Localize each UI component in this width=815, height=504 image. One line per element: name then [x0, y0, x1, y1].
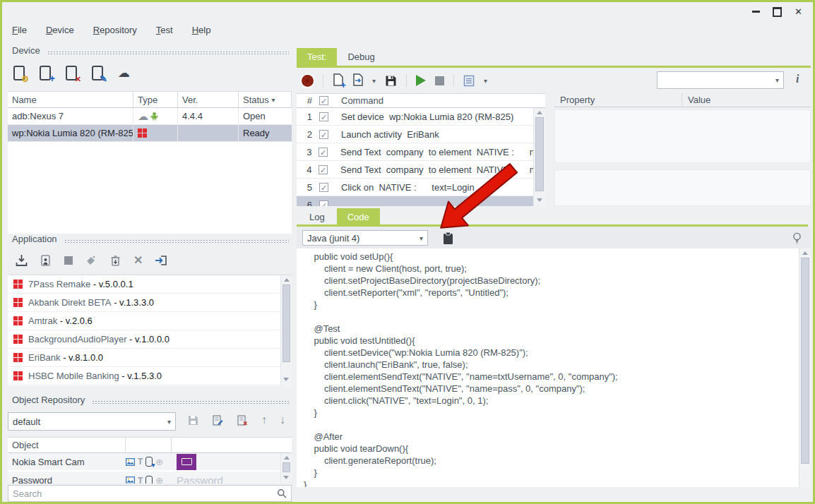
command-row[interactable]: 6: [297, 196, 534, 206]
language-select[interactable]: Java (junit 4) ▾: [302, 230, 428, 246]
menu-item[interactable]: Repository: [93, 25, 137, 35]
application-scrollbar[interactable]: [280, 275, 292, 386]
test-toolbar: + ▾ ▾: [302, 71, 487, 90]
scroll-down-icon[interactable]: [537, 198, 542, 202]
object-thumbnail: [177, 454, 196, 470]
device-edit-icon[interactable]: ✎: [92, 66, 103, 80]
menu-item[interactable]: Test: [156, 25, 173, 35]
save-script-icon[interactable]: [385, 75, 397, 87]
uninstall-icon[interactable]: [109, 254, 122, 267]
info-icon[interactable]: i: [796, 73, 799, 85]
record-button[interactable]: [302, 75, 314, 87]
object-row[interactable]: Password T ⊕ Password: [8, 472, 292, 484]
tab[interactable]: Debug: [337, 48, 385, 66]
command-checkbox[interactable]: [319, 200, 328, 207]
device-user-icon[interactable]: [40, 254, 53, 267]
tab[interactable]: Test:: [297, 48, 337, 66]
device-settings-icon[interactable]: ⚙: [13, 66, 25, 80]
lightbulb-icon[interactable]: [792, 232, 802, 245]
object-row[interactable]: Nokia Smart Cam T ▾ ⊕: [8, 453, 292, 472]
menu-item[interactable]: File: [12, 25, 27, 35]
scroll-up-icon[interactable]: [284, 456, 290, 460]
application-list-item[interactable]: Amtrak - v.2.0.6: [8, 312, 281, 330]
command-row[interactable]: 5 Click on NATIVE : text=Login: [297, 179, 534, 196]
command-row[interactable]: 4 Send Text company to element NATIVE : …: [297, 161, 534, 179]
application-list-item[interactable]: EriBank - v.8.1.0.0: [8, 349, 281, 367]
search-input[interactable]: [8, 488, 277, 499]
device-toolbar: ⚙ + ✕ ✎ ☁: [13, 66, 130, 80]
command-row[interactable]: 2 Launch activity EriBank: [297, 126, 534, 143]
move-up-icon[interactable]: ↑: [261, 414, 267, 426]
device-add-icon[interactable]: +: [40, 66, 51, 80]
device-remove-icon[interactable]: ✕: [66, 66, 77, 80]
stop-app-icon[interactable]: [64, 256, 73, 265]
menu-bar: File Device Repository Test Help: [12, 25, 210, 35]
export-script-icon[interactable]: [352, 73, 363, 88]
scroll-thumb[interactable]: [535, 117, 544, 191]
command-scrollbar[interactable]: [533, 108, 545, 206]
command-header-checkbox[interactable]: [319, 96, 328, 105]
copy-code-icon[interactable]: [443, 232, 453, 245]
application-list-item[interactable]: 7Pass Remake - v.5.0.0.1: [8, 275, 281, 294]
device-row[interactable]: adb:Nexus 7 ☁ 4.4.4 Open: [8, 108, 292, 125]
export-options-caret[interactable]: ▾: [372, 77, 376, 85]
code-editor[interactable]: public void setUp(){ client = new Client…: [297, 248, 811, 487]
code-line: client.click("NATIVE", "text=Login", 0, …: [297, 395, 799, 407]
wipe-icon[interactable]: [84, 254, 97, 267]
script-view-icon[interactable]: [463, 75, 475, 87]
maximize-button[interactable]: [773, 7, 782, 16]
scroll-thumb[interactable]: [801, 258, 809, 464]
command-col-number: #: [297, 95, 316, 106]
scroll-thumb[interactable]: [282, 462, 290, 472]
web-object-icon: ⊕: [155, 475, 163, 484]
cloud-icon[interactable]: ☁: [118, 66, 130, 80]
command-checkbox[interactable]: [319, 148, 328, 157]
save-repository-icon[interactable]: [187, 414, 199, 426]
close-button[interactable]: ✕: [794, 7, 803, 16]
edit-repository-icon[interactable]: [212, 414, 224, 426]
command-row[interactable]: 3 Send Text company to element NATIVE : …: [297, 143, 534, 161]
application-list-item[interactable]: Akbank Direkt BETA - v.1.3.3.0: [8, 294, 281, 312]
launch-app-icon[interactable]: [154, 254, 168, 267]
scroll-up-icon[interactable]: [802, 251, 808, 255]
close-app-icon[interactable]: ✕: [133, 253, 143, 267]
application-list-item[interactable]: iHeartRadio - v.1.1.0.0: [8, 385, 281, 386]
code-tab-bar: Log Code: [299, 208, 380, 225]
command-checkbox[interactable]: [319, 183, 328, 192]
window-controls: ✕: [751, 7, 803, 16]
command-checkbox[interactable]: [319, 165, 328, 174]
menu-item[interactable]: Help: [192, 25, 211, 35]
object-scrollbar[interactable]: [280, 453, 292, 484]
tab[interactable]: Code: [337, 208, 380, 225]
command-row[interactable]: 1 Set device wp:Nokia Lumia 820 (RM-825): [297, 108, 534, 126]
run-button[interactable]: [416, 75, 426, 86]
search-icon[interactable]: [277, 488, 287, 498]
android-cloud-icon: ☁: [133, 108, 178, 124]
app-window: ✕ File Device Repository Test Help Devic…: [0, 0, 815, 504]
scroll-down-icon[interactable]: [283, 476, 289, 479]
scroll-up-icon[interactable]: [284, 278, 290, 282]
stop-button[interactable]: [435, 76, 444, 85]
scroll-down-icon[interactable]: [283, 378, 289, 381]
command-checkbox[interactable]: [319, 112, 328, 121]
scroll-thumb[interactable]: [282, 284, 290, 362]
tab[interactable]: Log: [299, 208, 335, 225]
script-view-caret[interactable]: ▾: [484, 77, 487, 85]
repository-select[interactable]: default ▾: [8, 412, 176, 431]
move-down-icon[interactable]: ↓: [280, 414, 285, 426]
scroll-up-icon[interactable]: [537, 111, 542, 114]
application-list-item[interactable]: HSBC Mobile Banking - v.1.5.3.0: [8, 367, 281, 385]
delete-repository-icon[interactable]: [237, 414, 249, 426]
device-row[interactable]: wp:Nokia Lumia 820 (RM-825) Ready: [8, 125, 292, 142]
text-object-icon: T: [138, 457, 143, 467]
device-combobox[interactable]: ▾: [657, 71, 784, 89]
command-checkbox[interactable]: [319, 130, 328, 139]
menu-item[interactable]: Device: [46, 25, 74, 35]
device-col-status[interactable]: Status ▾: [239, 92, 292, 107]
application-list-item[interactable]: BackgroundAudioPlayer - v.1.0.0.0: [8, 330, 281, 349]
windows-logo-icon: [13, 280, 23, 289]
code-scrollbar[interactable]: [799, 248, 811, 487]
minimize-button[interactable]: [751, 7, 761, 16]
add-script-icon[interactable]: +: [333, 73, 343, 88]
install-app-icon[interactable]: [15, 254, 28, 267]
